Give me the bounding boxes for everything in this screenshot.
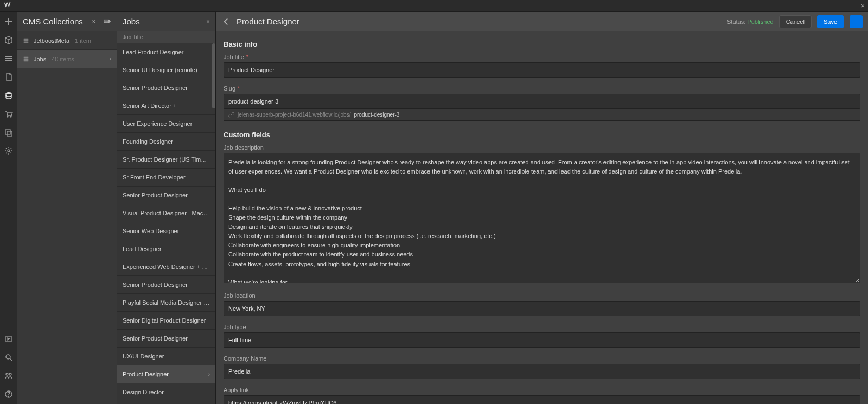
help-icon[interactable] (3, 389, 14, 400)
editor-header: Product Designer Status: Published Cance… (216, 12, 868, 31)
svg-rect-17 (104, 20, 109, 21)
field-job-location: Job location (224, 292, 860, 316)
cube-icon[interactable] (3, 35, 14, 46)
item-row[interactable]: Senior Art Director ++ (117, 97, 215, 115)
job-type-input[interactable] (224, 332, 860, 348)
cancel-button[interactable]: Cancel (779, 15, 812, 28)
item-row[interactable]: Founding Designer (117, 133, 215, 151)
collections-header: CMS Collections × (17, 12, 117, 31)
item-row[interactable]: Sr. Product Designer (US Time Zo... (117, 151, 215, 169)
item-row[interactable]: Lead Product Designer (117, 43, 215, 61)
item-row[interactable]: Senior Product Designer (117, 187, 215, 204)
item-row[interactable]: Senior Product Designer (117, 330, 215, 348)
svg-rect-8 (5, 130, 10, 134)
field-job-description: Job description (224, 144, 860, 285)
item-row[interactable]: Sr Front End Developer (117, 169, 215, 187)
item-row[interactable]: Playful Social Media Designer / Ma... (117, 294, 215, 312)
svg-rect-21 (24, 42, 28, 43)
close-window-icon[interactable]: × (860, 2, 865, 10)
items-header: Jobs × (117, 12, 215, 31)
back-icon[interactable] (221, 17, 231, 27)
save-button[interactable]: Save (817, 15, 844, 28)
item-row[interactable]: Product Designer› (117, 365, 215, 383)
slug-url-preview: jelenas-superb-project-b6d141.webflow.io… (224, 109, 860, 121)
job-description-input[interactable] (224, 153, 860, 283)
svg-rect-22 (24, 57, 28, 58)
navigator-icon[interactable] (3, 53, 14, 64)
close-collections-icon[interactable]: × (90, 17, 98, 26)
svg-rect-4 (5, 60, 12, 61)
editor-panel: Product Designer Status: Published Cance… (216, 12, 868, 404)
new-collection-icon[interactable] (103, 17, 111, 26)
field-apply-link: Apply link (224, 387, 860, 404)
item-row[interactable]: Senior UI Designer (remote) (117, 61, 215, 79)
svg-point-12 (6, 355, 10, 359)
item-row[interactable]: UX/UI Designer (117, 348, 215, 365)
svg-point-14 (9, 373, 11, 375)
svg-rect-3 (5, 58, 12, 59)
ecommerce-icon[interactable] (3, 108, 14, 119)
company-name-input[interactable] (224, 364, 860, 379)
add-icon[interactable] (3, 16, 14, 27)
status-label: Status: Published (727, 18, 774, 25)
link-icon (228, 112, 234, 118)
slug-input[interactable] (224, 94, 860, 109)
items-panel: Jobs × Job Title Lead Product DesignerSe… (117, 12, 216, 404)
main-area: CMS Collections × JetboostMeta1 itemJobs… (0, 12, 868, 404)
svg-rect-23 (24, 59, 28, 60)
collections-title: CMS Collections (23, 17, 85, 26)
svg-rect-2 (5, 56, 12, 57)
svg-point-13 (6, 373, 8, 375)
items-scrollbar[interactable] (212, 43, 215, 404)
field-job-type: Job type (224, 324, 860, 348)
item-row[interactable]: Senior Digital Product Designer (117, 312, 215, 330)
settings-gear-icon[interactable] (3, 145, 14, 156)
webflow-logo-icon (3, 0, 13, 11)
svg-point-6 (7, 116, 8, 117)
left-tool-rail (0, 12, 17, 404)
section-basic-info: Basic info (224, 40, 860, 48)
collections-panel: CMS Collections × JetboostMeta1 itemJobs… (17, 12, 117, 404)
status-value: Published (747, 18, 773, 25)
items-list: Lead Product DesignerSenior UI Designer … (117, 43, 215, 404)
svg-point-16 (8, 396, 9, 396)
field-company-name: Company Name (224, 355, 860, 379)
editor-body: Basic info Job title* Slug* jelenas-supe… (216, 31, 868, 404)
field-job-title: Job title* (224, 54, 860, 78)
item-row[interactable]: Senior Product Designer (117, 79, 215, 97)
job-title-input[interactable] (224, 62, 860, 78)
apply-link-input[interactable] (224, 395, 860, 404)
item-row[interactable]: Design Director (117, 383, 215, 401)
svg-point-10 (8, 150, 10, 152)
titlebar: × (0, 0, 868, 12)
svg-rect-18 (104, 22, 109, 23)
svg-point-7 (10, 116, 11, 117)
section-custom-fields: Custom fields (224, 131, 860, 139)
item-row[interactable]: User Experience Designer (117, 115, 215, 133)
svg-rect-9 (7, 131, 12, 136)
svg-rect-24 (24, 60, 28, 61)
job-location-input[interactable] (224, 301, 860, 316)
items-column-header: Job Title (117, 31, 215, 43)
cms-icon[interactable] (3, 90, 14, 101)
item-row[interactable]: Senior Product Designer (117, 276, 215, 294)
collection-item[interactable]: JetboostMeta1 item (17, 31, 117, 50)
search-icon[interactable] (3, 352, 14, 363)
item-row[interactable]: Visual Product Designer - Mac/iOS... (117, 204, 215, 222)
field-slug: Slug* jelenas-superb-project-b6d141.webf… (224, 85, 860, 121)
item-row[interactable]: Senior Web Designer (117, 222, 215, 240)
svg-rect-20 (24, 40, 28, 41)
item-row[interactable]: Experienced Web Designer + Fron... (117, 258, 215, 276)
svg-point-5 (6, 92, 11, 94)
video-icon[interactable] (3, 334, 14, 344)
svg-rect-1 (5, 21, 12, 22)
pages-icon[interactable] (3, 72, 14, 82)
editor-title: Product Designer (237, 17, 722, 26)
item-row[interactable]: Lead Designer (117, 240, 215, 258)
audit-icon[interactable] (3, 370, 14, 381)
assets-icon[interactable] (3, 127, 14, 138)
save-dropdown-button[interactable] (850, 15, 863, 28)
collection-item[interactable]: Jobs40 items› (17, 50, 117, 68)
items-title: Jobs (123, 17, 206, 26)
close-items-icon[interactable]: × (206, 18, 210, 25)
